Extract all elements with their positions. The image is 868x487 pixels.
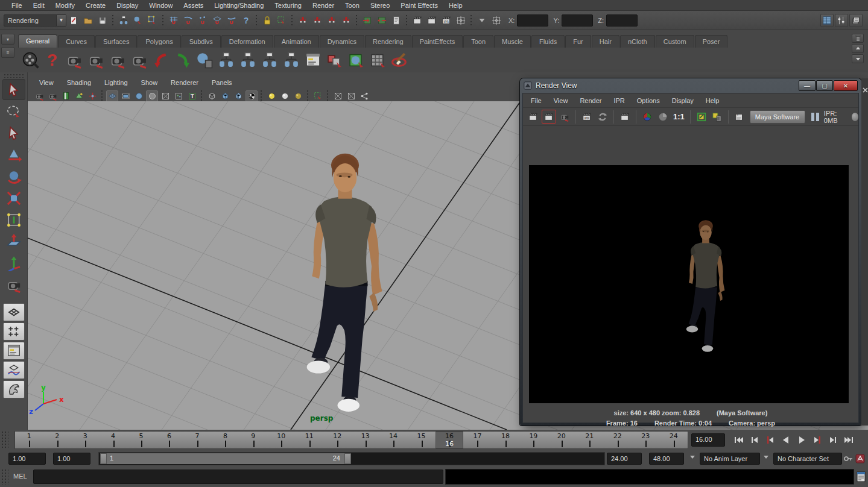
menu-modify[interactable]: Modify	[50, 0, 80, 11]
menu-assets[interactable]: Assets	[178, 0, 209, 11]
frame-21[interactable]: 21	[575, 432, 603, 448]
magnet-list-icon[interactable]	[340, 14, 353, 27]
scroll-down-icon[interactable]	[852, 54, 864, 63]
close-button[interactable]: ✕	[834, 80, 858, 91]
open-script-icon[interactable]: “	[732, 110, 747, 124]
sphere-cube-icon[interactable]	[346, 51, 366, 71]
anim-layer-dropdown-icon[interactable]	[690, 456, 695, 459]
rv-menu-options[interactable]: Options	[632, 95, 665, 106]
graph-layout-icon[interactable]	[3, 361, 25, 379]
character-set-dropdown-icon[interactable]	[764, 456, 768, 459]
range-start-handle[interactable]	[100, 453, 107, 464]
mel-label[interactable]: MEL	[13, 473, 27, 480]
textured-icon[interactable]	[232, 90, 244, 102]
menu-edit[interactable]: Edit	[28, 0, 50, 11]
camera-pan-icon[interactable]	[86, 51, 106, 71]
minimize-button[interactable]: —	[799, 80, 816, 91]
render-view-titlebar[interactable]: Render View — ▢ ✕	[520, 78, 861, 93]
rv-menu-ipr[interactable]: IPR	[608, 95, 630, 106]
mel-input[interactable]	[33, 470, 443, 484]
range-track[interactable]: 1 24	[98, 452, 605, 465]
renderer-selector-button[interactable]: Maya Software	[750, 110, 805, 124]
frame-20[interactable]: 20	[548, 432, 575, 448]
snap-plane-icon[interactable]	[211, 14, 224, 27]
outliner-icon[interactable]	[303, 51, 323, 71]
hierarchy-icon-4[interactable]	[281, 51, 301, 71]
keep-image-icon[interactable]	[694, 110, 709, 124]
menu-lighting-shading[interactable]: Lighting/Shading	[209, 0, 269, 11]
panel-menu-renderer[interactable]: Renderer	[165, 77, 204, 88]
no-lighting-icon[interactable]	[292, 90, 304, 102]
center-pivot-icon[interactable]	[490, 14, 503, 27]
scroll-up-icon[interactable]	[852, 44, 864, 53]
safe-title-icon[interactable]: T	[186, 90, 198, 102]
quick-help-icon[interactable]: ?	[239, 14, 253, 27]
outliner-layout-icon[interactable]	[3, 342, 25, 360]
shelf-tab-subdivs[interactable]: Subdivs	[182, 35, 221, 48]
command-results-field[interactable]	[445, 469, 854, 485]
field-chart-icon[interactable]	[159, 90, 171, 102]
menu-paint-effects[interactable]: Paint Effects	[395, 0, 443, 11]
render-view-window[interactable]: Render View — ▢ ✕ FileViewRenderIPROptio…	[520, 78, 861, 426]
view-compass-icon[interactable]	[86, 90, 98, 102]
rv-menu-view[interactable]: View	[548, 95, 574, 106]
attribute-editor-icon[interactable]	[849, 14, 863, 27]
frame-16[interactable]: 1616	[436, 432, 463, 448]
frame-6[interactable]: 6	[155, 432, 183, 448]
menu-help[interactable]: Help	[443, 0, 468, 11]
menu-display[interactable]: Display	[111, 0, 144, 11]
frame-9[interactable]: 9	[239, 432, 267, 448]
playback-end-field[interactable]: 24.00	[607, 453, 642, 465]
frame-7[interactable]: 7	[183, 432, 211, 448]
frame-1[interactable]: 1	[15, 432, 43, 448]
flat-lighting-icon[interactable]	[279, 90, 291, 102]
image-plane-icon[interactable]	[73, 90, 85, 102]
playback-start-field[interactable]: 1.00	[53, 453, 90, 465]
shelf-tab-animation[interactable]: Animation	[274, 35, 319, 48]
shelf-tab-fluids[interactable]: Fluids	[531, 35, 565, 48]
shelf-tab-muscle[interactable]: Muscle	[494, 35, 531, 48]
shelf-tab-painteffects[interactable]: PaintEffects	[412, 35, 463, 48]
notes-icon[interactable]	[390, 14, 403, 27]
menu-toon[interactable]: Toon	[340, 0, 365, 11]
film-reel-icon[interactable]	[21, 51, 40, 71]
frame-11[interactable]: 11	[296, 432, 323, 448]
render-icon[interactable]	[526, 110, 540, 124]
frame-22[interactable]: 22	[604, 432, 632, 448]
select-tool-icon[interactable]	[2, 79, 25, 100]
ipr-render-icon[interactable]: IPR	[580, 110, 594, 124]
shelf-tab-selector-icon[interactable]: ▾	[1, 34, 14, 45]
command-line-grip[interactable]	[1, 469, 8, 485]
magnet-output-icon[interactable]	[311, 14, 324, 27]
camera-select-icon[interactable]	[33, 90, 45, 102]
safe-action-icon[interactable]	[173, 90, 185, 102]
select-object-icon[interactable]	[131, 14, 145, 27]
menu-render[interactable]: Render	[307, 0, 340, 11]
rendered-image[interactable]	[529, 165, 849, 403]
menu-arrow-icon[interactable]	[475, 14, 489, 27]
menu-create[interactable]: Create	[80, 0, 111, 11]
sphere-trash-icon[interactable]	[194, 51, 214, 71]
frame-14[interactable]: 14	[379, 432, 407, 448]
move-tool-icon[interactable]	[2, 144, 25, 165]
rv-menu-render[interactable]: Render	[574, 95, 607, 106]
use-all-lights-icon[interactable]	[246, 90, 258, 102]
play-forwards-icon[interactable]	[794, 432, 809, 447]
snap-curve-icon[interactable]	[182, 14, 195, 27]
paint-icon[interactable]	[390, 51, 410, 71]
step-forward-key-icon[interactable]	[809, 432, 825, 447]
open-scene-icon[interactable]	[81, 14, 95, 27]
save-scene-icon[interactable]	[96, 14, 109, 27]
current-time-field[interactable]: 16.00	[691, 433, 725, 447]
default-lighting-icon[interactable]	[265, 90, 277, 102]
gate-mask-icon[interactable]	[146, 90, 158, 102]
animation-end-field[interactable]: 48.00	[649, 453, 684, 465]
animation-start-field[interactable]: 1.00	[8, 453, 46, 465]
paint-select-tool-icon[interactable]	[2, 122, 25, 143]
shelf-tab-deformation[interactable]: Deformation	[221, 35, 273, 48]
show-manipulator-icon[interactable]	[2, 253, 25, 274]
shelf-tab-hair[interactable]: Hair	[592, 35, 619, 48]
set-key-icon[interactable]	[844, 454, 854, 463]
anim-layer-field[interactable]: No Anim Layer	[700, 453, 760, 465]
snap-grid-icon[interactable]	[167, 14, 180, 27]
